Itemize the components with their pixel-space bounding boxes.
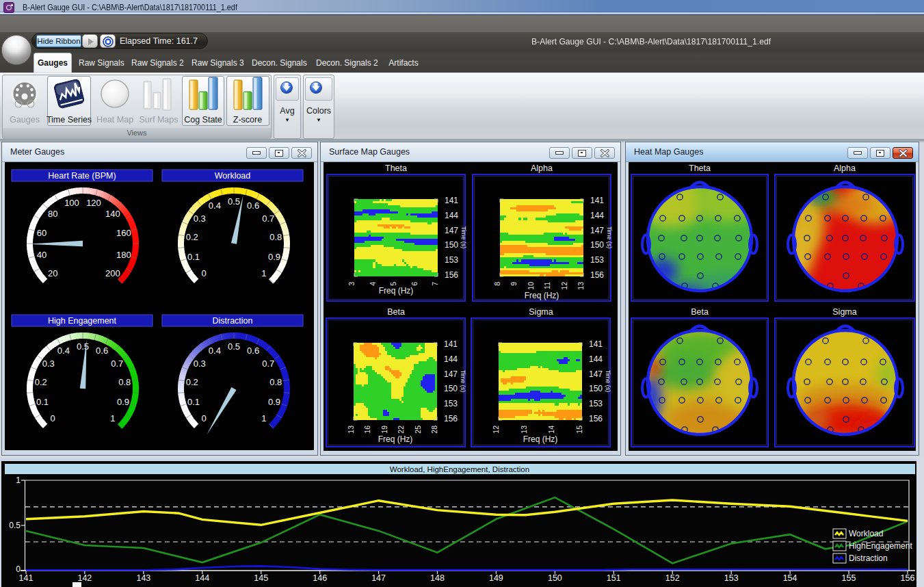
- svg-text:9: 9: [510, 282, 518, 286]
- svg-text:Time (s): Time (s): [606, 226, 613, 249]
- svg-text:156: 156: [901, 573, 915, 583]
- svg-text:153: 153: [589, 399, 603, 408]
- svg-text:144: 144: [590, 211, 604, 220]
- svg-text:144: 144: [195, 573, 209, 583]
- svg-text:147: 147: [589, 369, 603, 379]
- svg-text:Sigma: Sigma: [529, 307, 553, 317]
- svg-text:13: 13: [520, 426, 528, 434]
- svg-text:0.9: 0.9: [268, 397, 280, 407]
- svg-text:1: 1: [261, 413, 266, 423]
- svg-text:1: 1: [261, 268, 266, 278]
- svg-text:0.6: 0.6: [247, 345, 259, 356]
- svg-text:Freq (Hz): Freq (Hz): [525, 291, 559, 300]
- svg-text:154: 154: [783, 573, 797, 583]
- svg-text:144: 144: [444, 354, 458, 364]
- svg-text:12: 12: [560, 282, 568, 290]
- svg-text:147: 147: [445, 226, 458, 235]
- svg-text:150: 150: [548, 573, 562, 583]
- svg-text:144: 144: [589, 354, 603, 364]
- svg-text:151: 151: [607, 573, 621, 583]
- svg-text:142: 142: [77, 573, 92, 583]
- svg-text:200: 200: [105, 268, 120, 278]
- svg-text:7: 7: [431, 282, 439, 286]
- svg-text:10: 10: [527, 282, 535, 290]
- svg-text:0: 0: [51, 413, 55, 423]
- svg-text:0.4: 0.4: [57, 345, 70, 356]
- svg-text:Freq (Hz): Freq (Hz): [379, 286, 414, 296]
- svg-text:150: 150: [445, 240, 458, 250]
- svg-text:Workload: Workload: [215, 171, 251, 181]
- svg-text:148: 148: [430, 573, 445, 583]
- svg-text:0.1: 0.1: [187, 397, 200, 407]
- svg-text:0.9: 0.9: [268, 252, 280, 262]
- svg-text:80: 80: [48, 209, 57, 219]
- svg-text:5: 5: [389, 282, 397, 286]
- svg-text:0.8: 0.8: [118, 377, 131, 387]
- svg-text:0.7: 0.7: [111, 358, 123, 369]
- svg-text:160: 160: [116, 228, 131, 238]
- svg-text:150: 150: [590, 240, 604, 250]
- svg-text:150: 150: [444, 384, 458, 393]
- svg-text:144: 144: [445, 211, 458, 220]
- svg-text:0: 0: [202, 268, 207, 278]
- svg-text:Time (s): Time (s): [460, 226, 467, 249]
- svg-text:22: 22: [397, 426, 405, 434]
- svg-text:Time (s): Time (s): [460, 370, 466, 393]
- svg-text:155: 155: [842, 573, 856, 583]
- svg-text:60: 60: [37, 228, 47, 238]
- svg-text:0.2: 0.2: [35, 377, 47, 387]
- svg-text:147: 147: [371, 573, 386, 583]
- svg-text:149: 149: [489, 573, 503, 583]
- svg-text:156: 156: [589, 414, 603, 423]
- svg-text:Workload: Workload: [849, 529, 883, 538]
- svg-text:20: 20: [48, 268, 57, 278]
- svg-text:15: 15: [575, 426, 583, 434]
- svg-text:3: 3: [347, 282, 356, 286]
- svg-text:12: 12: [492, 426, 500, 434]
- svg-text:Beta: Beta: [387, 307, 405, 317]
- svg-text:0.4: 0.4: [209, 345, 221, 356]
- svg-text:153: 153: [724, 573, 739, 583]
- svg-text:1: 1: [110, 413, 115, 423]
- svg-text:0.6: 0.6: [247, 200, 259, 211]
- svg-text:153: 153: [445, 255, 458, 265]
- svg-text:Theta: Theta: [689, 164, 711, 173]
- svg-text:156: 156: [444, 414, 458, 423]
- svg-text:100: 100: [64, 198, 79, 208]
- svg-text:0.1: 0.1: [187, 252, 200, 262]
- svg-text:4: 4: [369, 282, 377, 286]
- svg-text:0.5: 0.5: [228, 196, 240, 207]
- svg-text:40: 40: [37, 250, 47, 260]
- svg-text:0.3: 0.3: [194, 358, 206, 369]
- svg-text:0.3: 0.3: [194, 213, 206, 224]
- svg-text:Time (s): Time (s): [605, 370, 611, 393]
- svg-text:141: 141: [445, 196, 458, 205]
- svg-text:120: 120: [86, 198, 101, 208]
- svg-text:153: 153: [590, 255, 604, 265]
- svg-text:150: 150: [589, 384, 603, 393]
- svg-text:141: 141: [444, 339, 458, 349]
- svg-text:11: 11: [543, 282, 551, 289]
- svg-text:0.9: 0.9: [117, 397, 129, 407]
- svg-text:147: 147: [444, 369, 458, 379]
- svg-text:High Engagement: High Engagement: [48, 316, 117, 326]
- svg-text:Alpha: Alpha: [834, 164, 856, 173]
- svg-text:0.8: 0.8: [269, 232, 282, 242]
- svg-text:Theta: Theta: [385, 164, 407, 173]
- svg-text:Alpha: Alpha: [531, 164, 553, 173]
- svg-text:19: 19: [380, 426, 388, 434]
- svg-text:141: 141: [19, 573, 34, 583]
- svg-text:Beta: Beta: [691, 307, 709, 317]
- svg-text:Freq (Hz): Freq (Hz): [523, 434, 558, 444]
- svg-text:Sigma: Sigma: [832, 307, 856, 317]
- svg-text:0.7: 0.7: [262, 358, 274, 369]
- svg-text:0.5: 0.5: [228, 341, 240, 352]
- svg-text:152: 152: [665, 573, 680, 583]
- svg-text:0.2: 0.2: [186, 232, 198, 242]
- svg-text:0.8: 0.8: [269, 377, 282, 387]
- svg-text:6: 6: [410, 282, 419, 286]
- svg-text:0.1: 0.1: [36, 397, 49, 407]
- svg-text:Freq (Hz): Freq (Hz): [378, 434, 413, 444]
- svg-text:156: 156: [590, 270, 604, 280]
- svg-text:141: 141: [590, 196, 604, 205]
